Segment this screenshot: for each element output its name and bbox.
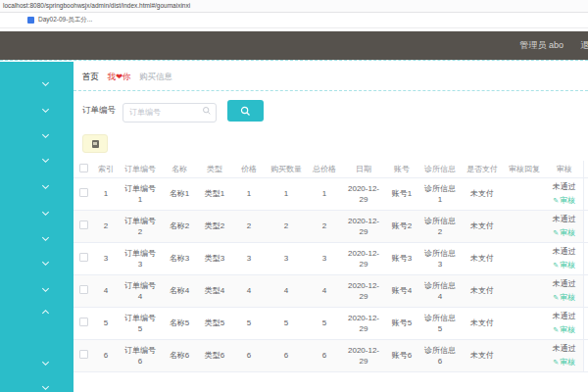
cell-clinic: 诊所信息5 — [418, 307, 462, 339]
cell-name: 名称3 — [162, 242, 197, 274]
cell-quantity: 5 — [266, 307, 307, 339]
chevron-down-icon[interactable] — [42, 234, 49, 241]
col-header: 索引 — [93, 161, 119, 177]
row-checkbox[interactable] — [79, 318, 88, 326]
cell-paid: 未支付 — [462, 274, 503, 307]
table-row: 6 订单编号6 名称6 类型6 6 6 6 2020-12-29 账号6 诊所信… — [74, 339, 588, 371]
audit-status: 未通过 — [553, 215, 576, 223]
cell-paid: 未支付 — [462, 177, 503, 210]
sidebar — [0, 62, 74, 392]
cell-account: 账号6 — [385, 339, 418, 371]
cell-index: 2 — [93, 210, 119, 242]
table-header-row: 索引 订单编号 名称 类型 价格 购买数量 总价格 日期 账号 诊所信息 是否支… — [74, 161, 588, 177]
cell-total: 1 — [307, 177, 342, 210]
cell-order-no: 订单编号6 — [119, 339, 162, 371]
search-field-label: 订单编号 — [82, 105, 116, 117]
audit-button[interactable]: ✎审核 — [550, 195, 579, 206]
cell-total: 4 — [307, 274, 342, 307]
add-button[interactable] — [82, 134, 108, 153]
bookmark-favicon-icon — [27, 17, 34, 24]
chevron-down-icon[interactable] — [42, 182, 49, 189]
breadcrumb-heart-decor: 我❤你 — [107, 72, 130, 81]
breadcrumb-home-link[interactable]: 首页 — [82, 72, 99, 81]
cell-reply — [503, 210, 546, 242]
admin-user-label[interactable]: 管理员 abo — [519, 31, 564, 60]
bookmark-item[interactable]: Day02-09-员工分... — [38, 16, 92, 24]
cell-order-no: 订单编号2 — [119, 210, 162, 242]
col-header: 账号 — [385, 161, 418, 177]
chevron-down-icon[interactable] — [42, 383, 49, 390]
cell-price: 2 — [232, 210, 266, 242]
cell-quantity: 6 — [266, 339, 307, 371]
cell-audit: 未通过 ✎审核 — [546, 242, 583, 274]
audit-button[interactable]: ✎审核 — [550, 260, 579, 270]
cell-date: 2020-12-29 — [342, 307, 385, 339]
magnifier-icon — [240, 106, 251, 117]
col-header: 总价格 — [307, 161, 342, 177]
cell-audit: 未通过 ✎审核 — [546, 339, 583, 371]
browser-address-bar[interactable]: localhost:8080/springboohwsjx/admin/dist… — [0, 0, 588, 13]
audit-button[interactable]: ✎审核 — [550, 227, 579, 238]
edit-icon: ✎ — [553, 229, 559, 236]
row-checkbox[interactable] — [79, 220, 88, 229]
row-checkbox[interactable] — [79, 350, 88, 359]
chevron-down-icon[interactable] — [42, 79, 49, 86]
cell-quantity: 2 — [266, 210, 307, 242]
cell-paid: 未支付 — [462, 339, 503, 371]
edit-icon: ✎ — [553, 326, 559, 333]
cell-price: 4 — [232, 274, 266, 307]
chevron-down-icon[interactable] — [42, 131, 49, 138]
cell-index: 5 — [93, 307, 119, 339]
cell-price: 5 — [232, 307, 266, 339]
search-button[interactable] — [227, 100, 264, 122]
chevron-down-icon[interactable] — [42, 259, 49, 266]
cell-price: 6 — [232, 339, 266, 371]
cell-clinic: 诊所信息2 — [418, 210, 462, 242]
row-checkbox[interactable] — [79, 285, 88, 294]
cell-reply — [503, 339, 546, 371]
row-checkbox[interactable] — [79, 253, 88, 262]
col-header: 价格 — [232, 161, 266, 177]
cell-total: 5 — [307, 307, 342, 339]
cell-audit: 未通过 ✎审核 — [546, 274, 583, 307]
cell-account: 账号1 — [385, 177, 418, 210]
cell-order-no: 订单编号1 — [119, 177, 162, 210]
cell-date: 2020-12-29 — [342, 339, 385, 371]
logout-button[interactable]: 退出 — [580, 31, 588, 60]
cell-reply — [503, 242, 546, 274]
table-row: 1 订单编号1 名称1 类型1 1 1 1 2020-12-29 账号1 诊所信… — [74, 177, 588, 210]
cell-total: 3 — [307, 242, 342, 274]
main-content: 首页 我❤你 购买信息 订单编号 — [74, 62, 588, 392]
cell-type: 类型3 — [197, 242, 232, 274]
cell-reply — [503, 307, 546, 339]
chevron-up-icon[interactable] — [42, 310, 49, 317]
cell-name: 名称5 — [162, 307, 197, 339]
chevron-down-icon[interactable] — [42, 285, 49, 292]
chevron-down-icon[interactable] — [42, 359, 49, 366]
cell-type: 类型4 — [197, 274, 232, 307]
audit-button[interactable]: ✎审核 — [550, 292, 579, 303]
audit-button[interactable]: ✎审核 — [550, 324, 579, 335]
cell-total: 2 — [307, 210, 342, 242]
col-header: 订单编号 — [119, 161, 162, 177]
cell-clinic: 诊所信息1 — [418, 177, 462, 210]
col-header: 诊所信息 — [418, 161, 462, 177]
table-row: 3 订单编号3 名称3 类型3 3 3 3 2020-12-29 账号3 诊所信… — [74, 242, 588, 274]
cell-account: 账号2 — [385, 210, 418, 242]
col-header: 日期 — [342, 161, 385, 177]
cell-order-no: 订单编号4 — [119, 274, 162, 307]
select-all-checkbox[interactable] — [79, 164, 88, 172]
chevron-down-icon[interactable] — [42, 209, 49, 216]
chevron-down-icon[interactable] — [42, 156, 49, 163]
page-body: 首页 我❤你 购买信息 订单编号 — [0, 60, 588, 392]
chevron-down-icon[interactable] — [42, 106, 49, 113]
audit-button[interactable]: ✎审核 — [550, 357, 579, 368]
cell-clinic: 诊所信息6 — [418, 339, 462, 371]
edit-icon: ✎ — [553, 359, 559, 366]
cell-quantity: 1 — [266, 177, 307, 210]
row-checkbox[interactable] — [79, 188, 88, 197]
edit-icon: ✎ — [553, 294, 559, 301]
app-header: 管理员 abo 退出 — [0, 31, 588, 60]
cell-paid: 未支付 — [462, 307, 503, 339]
cell-order-no: 订单编号3 — [119, 242, 162, 274]
